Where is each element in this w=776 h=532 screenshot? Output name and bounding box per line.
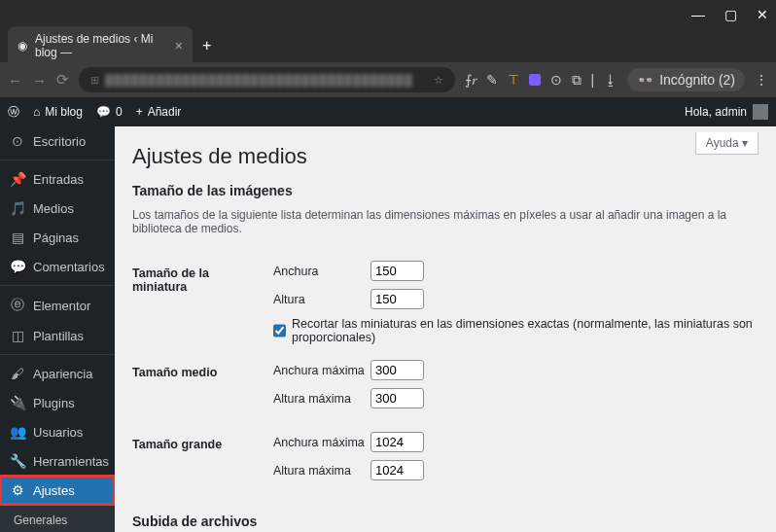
- thumb-crop-label: Recortar las miniaturas en las dimension…: [292, 317, 758, 344]
- comment-icon: 💬: [10, 259, 25, 274]
- site-info-icon[interactable]: ⊞: [90, 74, 99, 87]
- large-height-label: Altura máxima: [273, 464, 370, 478]
- medium-heading: Tamaño medio: [132, 352, 273, 424]
- elementor-icon: ⓔ: [10, 297, 25, 314]
- globe-icon: ◉: [18, 39, 27, 53]
- home-icon: ⌂: [33, 105, 40, 119]
- sidebar-item-tools[interactable]: 🔧Herramientas: [0, 446, 115, 476]
- browser-tab[interactable]: ◉ Ajustes de medios ‹ Mi blog — ×: [8, 26, 193, 65]
- comments-link[interactable]: 💬 0: [96, 105, 123, 119]
- sidebar-item-posts[interactable]: 📌Entradas: [0, 164, 115, 194]
- admin-sidebar: ⊙Escritorio 📌Entradas 🎵Medios ▤Páginas 💬…: [0, 126, 115, 532]
- page-title: Ajustes de medios: [132, 144, 758, 169]
- toolbar-extensions: ⨍𝑟 ✎ ⊤ ⊙ ⧉ | ⭳ 👓 Incógnito (2) ⋮: [465, 68, 768, 91]
- sidebar-item-pages[interactable]: ▤Páginas: [0, 223, 115, 252]
- medium-height-input[interactable]: [370, 388, 424, 408]
- users-icon: 👥: [10, 424, 25, 440]
- section-heading-upload: Subida de archivos: [132, 514, 758, 529]
- thumb-width-label: Anchura: [273, 265, 370, 278]
- thumb-width-input[interactable]: [370, 261, 424, 281]
- browser-toolbar: ← → ⟳ ⊞ ████████████████████████████████…: [0, 62, 776, 97]
- media-icon: 🎵: [10, 200, 25, 216]
- medium-width-label: Anchura máxima: [273, 364, 370, 377]
- address-bar[interactable]: ⊞ ████████████████████████████████████ ☆: [79, 67, 455, 92]
- thumb-heading: Tamaño de la miniatura: [132, 253, 273, 352]
- ext-icon[interactable]: ⨍𝑟: [465, 72, 476, 89]
- divider: |: [591, 72, 595, 88]
- download-icon[interactable]: ⭳: [604, 72, 617, 88]
- browser-tabs: ◉ Ajustes de medios ‹ Mi blog — × +: [0, 29, 776, 62]
- large-heading: Tamaño grande: [132, 424, 273, 496]
- sidebar-item-media[interactable]: 🎵Medios: [0, 194, 115, 223]
- wp-logo-icon[interactable]: ⓦ: [8, 104, 19, 121]
- greeting-text[interactable]: Hola, admin: [685, 105, 747, 119]
- templates-icon: ◫: [10, 328, 25, 343]
- menu-icon[interactable]: ⋮: [755, 72, 768, 88]
- section-heading-sizes: Tamaño de las imágenes: [132, 183, 758, 198]
- new-content-link[interactable]: + Añadir: [136, 105, 182, 119]
- page-icon: ▤: [10, 230, 25, 245]
- large-width-label: Anchura máxima: [273, 436, 370, 449]
- pin-icon: 📌: [10, 171, 25, 187]
- settings-submenu: Generales Escritura Lectura Comentarios …: [0, 505, 115, 532]
- settings-icon: ⚙: [10, 482, 25, 498]
- tools-icon: 🔧: [10, 453, 25, 469]
- settings-content: Ayuda ▾ Ajustes de medios Tamaño de las …: [115, 126, 776, 532]
- tab-title: Ajustes de medios ‹ Mi blog —: [35, 32, 167, 59]
- medium-height-label: Altura máxima: [273, 392, 370, 406]
- sizes-description: Los tamaños de la siguiente lista determ…: [132, 208, 758, 235]
- help-tab[interactable]: Ayuda ▾: [695, 132, 758, 155]
- submenu-general[interactable]: Generales: [0, 509, 115, 532]
- incognito-badge[interactable]: 👓 Incógnito (2): [627, 68, 745, 91]
- reload-icon[interactable]: ⟳: [56, 71, 69, 89]
- new-tab-button[interactable]: +: [202, 37, 211, 54]
- site-name-link[interactable]: ⌂ Mi blog: [33, 105, 83, 119]
- ext-icon[interactable]: ✎: [486, 72, 498, 88]
- sidebar-item-users[interactable]: 👥Usuarios: [0, 417, 115, 446]
- sidebar-item-dashboard[interactable]: ⊙Escritorio: [0, 126, 115, 156]
- sidebar-item-templates[interactable]: ◫Plantillas: [0, 321, 115, 350]
- forward-icon[interactable]: →: [32, 72, 47, 89]
- back-icon[interactable]: ←: [8, 72, 22, 89]
- sidebar-item-settings[interactable]: ⚙Ajustes: [0, 476, 115, 505]
- ext-icon[interactable]: [529, 74, 541, 86]
- comment-icon: 💬: [96, 105, 111, 119]
- ext-icon[interactable]: ⊤: [508, 72, 519, 88]
- window-titlebar: — ▢ ✕: [0, 0, 776, 29]
- close-tab-icon[interactable]: ×: [175, 38, 183, 53]
- thumb-height-input[interactable]: [370, 289, 424, 309]
- avatar[interactable]: [753, 104, 768, 120]
- plugin-icon: 🔌: [10, 395, 25, 410]
- plus-icon: +: [136, 105, 143, 119]
- thumb-height-label: Altura: [273, 293, 370, 306]
- thumb-crop-checkbox[interactable]: [273, 324, 286, 337]
- close-window-icon[interactable]: ✕: [757, 7, 768, 22]
- large-height-input[interactable]: [370, 460, 424, 480]
- minimize-icon[interactable]: —: [691, 7, 705, 22]
- ext-icon[interactable]: ⧉: [572, 72, 582, 89]
- incognito-icon: 👓: [637, 72, 653, 88]
- medium-width-input[interactable]: [370, 360, 424, 380]
- wp-admin-bar: ⓦ ⌂ Mi blog 💬 0 + Añadir Hola, admin: [0, 97, 776, 126]
- bookmark-star-icon[interactable]: ☆: [434, 74, 443, 87]
- sidebar-item-appearance[interactable]: 🖌Apariencia: [0, 359, 115, 388]
- sidebar-item-elementor[interactable]: ⓔElementor: [0, 290, 115, 321]
- ext-icon[interactable]: ⊙: [550, 72, 562, 88]
- sidebar-item-comments[interactable]: 💬Comentarios: [0, 252, 115, 281]
- dashboard-icon: ⊙: [10, 133, 25, 149]
- sidebar-item-plugins[interactable]: 🔌Plugins: [0, 388, 115, 417]
- maximize-icon[interactable]: ▢: [724, 7, 737, 22]
- large-width-input[interactable]: [370, 432, 424, 452]
- brush-icon: 🖌: [10, 366, 25, 381]
